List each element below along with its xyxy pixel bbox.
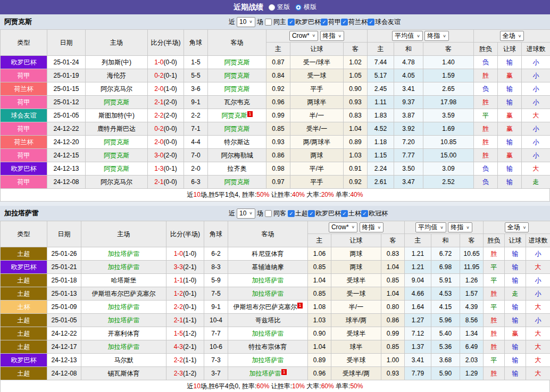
league-filter-checkbox[interactable]: ✓球会友谊 [368,18,401,27]
avg-away: 11.95 [460,261,484,274]
avg-away: 1.57 [460,287,484,301]
league-badge: 土超 [1,367,47,380]
avg-draw: 3.68 [431,354,460,367]
final-index-select-2[interactable]: 终指 [448,222,472,232]
home-team-cell: 斯图加特(中) [86,109,148,122]
avg-draw: 5.90 [431,367,460,380]
col-header-avg-away: 客 [423,43,474,56]
half-time-score: (0-1) [164,72,177,79]
odds-company-select[interactable]: Crow* [329,222,357,232]
home-team-name: 阿贾克斯 [104,152,129,159]
col-header-type: 类型 [1,221,47,247]
scope-select[interactable]: 全场 [505,222,529,232]
avg-draw: 3.41 [394,82,423,96]
result-winlose: 平 [484,301,505,314]
layout-radio-vertical[interactable]: 竖版 [269,3,290,12]
final-index-select-2[interactable]: 终指 [424,31,449,41]
table-row: 土超24-12-08锡瓦斯体育2-3(1-2)3-7加拉塔萨雷10.96受球半/… [1,367,550,380]
score-cell: 2-2(1-1) [166,354,204,367]
score-cell: 1-0(0-0) [148,56,184,69]
league-filter-checkbox[interactable]: ✓荷甲 [321,18,341,27]
full-time-score: 1-0 [154,59,163,66]
corner-cell: 3-6 [184,82,208,96]
final-index-select[interactable]: 终指 [360,222,384,232]
odds-handicap: 受一球 [290,69,344,82]
result-handicap: 输 [498,96,522,109]
layout-radio-horizontal[interactable]: 横版 [295,3,316,12]
corner-cell: 9-1 [204,301,228,314]
scope-value: 全场 [507,223,520,232]
average-select[interactable]: 平均值 [392,31,423,41]
match-count-select[interactable]: 10 [237,208,255,219]
home-team-name: 海伦芬 [107,72,126,79]
full-time-score: 1-0 [174,250,183,257]
league-filter-checkbox[interactable]: ✓欧冠杯 [361,209,388,218]
result-winlose: 胜 [474,136,498,149]
league-badge: 土杯 [1,301,47,314]
avg-home: 1.21 [405,261,431,274]
full-time-score: 2-2 [174,356,183,364]
col-header-odds-away: 客 [381,234,405,247]
odds-home: 0.85 [308,287,331,301]
match-count-select[interactable]: 10 [237,17,255,27]
result-handicap: 输 [505,367,526,380]
avg-away: 1.40 [423,56,474,69]
half-time-score: (0-1) [183,290,196,297]
result-winlose: 胜 [484,340,505,354]
summary-segment: 20% [321,191,334,198]
full-time-score: 0-2 [154,125,163,132]
league-filter-label: 土超 [295,209,308,218]
summary-segment: 近 [187,382,194,390]
league-filter-checkbox[interactable]: ✓土杯 [341,209,361,218]
avg-away: 15.00 [423,149,474,162]
half-time-score: (0-0) [164,178,177,186]
away-team-name: 哥兹塔比 [255,316,281,324]
avg-away: 17.98 [423,96,474,109]
avg-home: 3.41 [405,354,431,367]
same-home-checkbox[interactable]: 同主 [265,18,286,27]
league-filter-checkbox[interactable]: ✓荷兰杯 [341,18,368,27]
league-badge: 荷兰杯 [1,82,47,96]
away-team-name: 阿贾克斯 [224,178,250,186]
table-row: 荷甲25-01-12阿贾克斯2-1(2-0)9-1瓦尔韦克0.96两球半0.93… [1,96,550,109]
odds-company-select[interactable]: Crow* [289,31,318,41]
col-header-score: 比分(半场) [148,30,184,56]
avg-draw: 5.91 [431,274,460,287]
col-header-odds-handicap: 让球 [331,234,381,247]
home-team-name: 马尔默 [114,356,134,364]
summary-line: 近10场,胜5平1负4, 胜率:50% 让胜率:40% 大率:20% 单率:40… [0,189,550,202]
away-team-cell: 阿尔梅勒城 [208,149,266,162]
result-winlose: 胜 [474,149,498,162]
home-team-cell: 加拉塔萨雷 [81,261,166,274]
scope-select[interactable]: 全场 [500,31,524,41]
same-away-checkbox[interactable]: 同客 [265,209,286,218]
away-team-cell: 特尔斯达 [208,136,266,149]
away-team-name: 拉齐奥 [228,165,247,172]
half-time-score: (2-1) [183,263,196,271]
score-cell: 2-0(1-0) [148,82,184,96]
avg-draw: 5.96 [431,314,460,327]
score-cell: 3-0(2-0) [148,149,184,162]
avg-away: 1.34 [460,327,484,340]
odds-handicap: 受一/球半 [290,56,344,69]
avg-home: 1.21 [405,247,431,261]
corner-cell: 5-5 [184,69,208,82]
away-team-cell: 瓦尔韦克 [208,96,266,109]
home-team-cell: 加拉塔萨雷 [81,247,166,261]
league-filter-checkbox[interactable]: ✓欧罗巴杯 [288,18,321,27]
result-goals: 小 [522,136,550,149]
score-cell: 3-3(2-1) [166,261,204,274]
final-index-select[interactable]: 终指 [320,31,345,41]
league-filter-checkbox[interactable]: ✓土超 [288,209,308,218]
match-date: 25-01-12 [47,96,86,109]
home-team-cell: 阿尔克马尔 [86,176,148,189]
full-time-score: 0-2 [154,72,163,79]
score-cell: 2-1(2-0) [148,96,184,109]
col-header-away: 客场 [208,30,266,56]
away-team-cell: 科尼亚体育 [228,247,308,261]
result-winlose: 胜 [474,96,498,109]
avg-draw: 4.15 [431,301,460,314]
average-select[interactable]: 平均值 [415,222,446,232]
league-filter-checkbox[interactable]: ✓欧罗巴杯 [308,209,341,218]
odds-away: 0.99 [381,327,405,340]
